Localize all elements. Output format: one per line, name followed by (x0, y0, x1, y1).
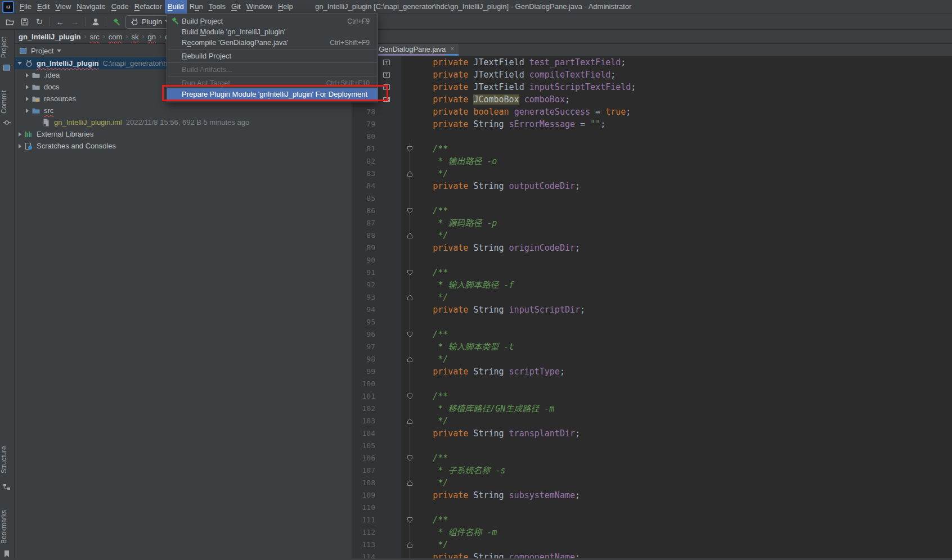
menu-window[interactable]: Window (244, 0, 275, 13)
code-line-86: 86 /** (352, 205, 952, 217)
fold-marker-icon[interactable] (394, 205, 412, 217)
build-hammer-icon[interactable] (112, 17, 121, 26)
menu-refactor[interactable]: Refactor (132, 0, 165, 13)
fold-column (394, 502, 412, 514)
chevron-expanded-icon[interactable] (16, 62, 23, 65)
fold-marker-icon[interactable] (394, 539, 412, 551)
menu-item-recompile-gendialogpane-java-[interactable]: Recompile 'GenDialogPane.java' Ctrl+Shif… (167, 37, 378, 48)
tool-window-button-commit[interactable]: Commit (0, 88, 14, 116)
menu-item-build-project[interactable]: Build Project Ctrl+F9 (167, 16, 378, 26)
intellij-logo-icon[interactable]: IJ (2, 1, 14, 13)
line-number: 98 (352, 353, 382, 365)
breadcrumb-item-sk[interactable]: sk (131, 33, 138, 41)
annotation-red-box (162, 85, 388, 101)
code-line-97: 97 * 输入脚本类型 -t (352, 341, 952, 353)
user-dropdown-icon[interactable] (91, 17, 100, 26)
line-number: 83 (352, 168, 382, 180)
menu-run[interactable]: Run (187, 0, 206, 13)
menu-item-build-module-gn-intellij-plugin-[interactable]: Build Module 'gn_IntelliJ_plugin' (167, 26, 378, 37)
fold-marker-icon[interactable] (394, 390, 412, 403)
tool-window-button-bookmarks[interactable]: Bookmarks (0, 506, 14, 548)
fold-marker-icon[interactable] (394, 353, 412, 365)
fold-marker-icon[interactable] (394, 291, 412, 304)
code-line-78: 78 private boolean generateSuccess = tru… (352, 106, 952, 118)
commit-tool-icon[interactable] (2, 118, 11, 127)
line-number: 103 (352, 415, 382, 427)
code-line-108: 108 */ (352, 477, 952, 489)
fold-marker-icon[interactable] (394, 415, 412, 427)
code-line-110: 110 (352, 502, 952, 514)
breadcrumb-separator-icon: › (103, 33, 105, 40)
code-line-102: 102 * 移植库路径/GN生成路径 -m (352, 403, 952, 415)
project-tool-icon (19, 46, 28, 55)
code-line-76: 76 private JTextField inputScriptTextFie… (352, 81, 952, 93)
chevron-collapsed-icon[interactable] (24, 73, 30, 78)
fold-column (394, 180, 412, 192)
tree-row-src[interactable]: src (14, 105, 352, 116)
code-line-80: 80 (352, 130, 952, 143)
save-icon[interactable] (20, 17, 29, 26)
breadcrumb-item-gn[interactable]: gn (147, 33, 155, 41)
fold-marker-icon[interactable] (394, 328, 412, 341)
tool-window-button-structure[interactable]: Structure (0, 440, 14, 480)
breadcrumb-item-com[interactable]: com (109, 33, 123, 41)
line-number: 102 (352, 403, 382, 415)
line-number: 78 (352, 106, 382, 118)
menu-code[interactable]: Code (109, 0, 132, 13)
fold-marker-icon[interactable] (394, 452, 412, 464)
sync-icon[interactable]: ↻ (35, 17, 44, 26)
menu-item-rebuild-project[interactable]: Rebuild Project (167, 51, 378, 61)
chevron-collapsed-icon[interactable] (16, 144, 23, 148)
code-line-91: 91 /** (352, 267, 952, 279)
fold-marker-icon[interactable] (394, 477, 412, 489)
tree-row-External Libraries[interactable]: External Libraries (14, 128, 352, 140)
menu-navigate[interactable]: Navigate (74, 0, 108, 13)
structure-tool-icon[interactable] (2, 482, 11, 491)
menu-file[interactable]: File (17, 0, 34, 13)
fold-column (394, 378, 412, 390)
breadcrumb-item-src[interactable]: src (90, 33, 100, 41)
menu-build[interactable]: Build (165, 0, 187, 13)
line-number: 89 (352, 242, 382, 254)
tab-close-icon[interactable]: × (450, 45, 454, 53)
menu-item-build-artifacts-: Build Artifacts... (167, 64, 378, 75)
line-number: 79 (352, 118, 382, 130)
fold-marker-icon[interactable] (394, 229, 412, 242)
editor-area: GenDialogPane.java × 74 private JTextFie… (352, 44, 952, 560)
menu-git[interactable]: Git (228, 0, 244, 13)
tool-window-stripe-left: ProjectCommitStructureBookmarks (0, 30, 15, 560)
chevron-collapsed-icon[interactable] (24, 85, 30, 89)
textfield-gutter-icon[interactable] (382, 70, 391, 79)
breadcrumb-separator-icon: › (142, 33, 144, 40)
line-number: 113 (352, 539, 382, 551)
project-tool-icon[interactable] (2, 63, 11, 72)
textfield-gutter-icon[interactable] (382, 58, 391, 67)
fold-marker-icon[interactable] (394, 143, 412, 155)
back-arrow-icon[interactable]: ← (56, 17, 65, 26)
chevron-collapsed-icon[interactable] (16, 132, 23, 137)
editor-tab-bar: GenDialogPane.java × (352, 44, 952, 56)
tab-gendialogpane[interactable]: GenDialogPane.java × (374, 44, 459, 56)
menu-view[interactable]: View (52, 0, 74, 13)
tree-row-gn_IntelliJ_plugin.iml[interactable]: gn_IntelliJ_plugin.iml 2022/11/8 15:56, … (14, 116, 352, 128)
breadcrumb-item-gn_IntelliJ_plugin[interactable]: gn_IntelliJ_plugin (19, 33, 81, 41)
line-number: 85 (352, 192, 382, 205)
tree-row-Scratches and Consoles[interactable]: Scratches and Consoles (14, 140, 352, 152)
tool-window-button-project[interactable]: Project (0, 34, 14, 61)
open-folder-icon[interactable] (6, 17, 15, 26)
menu-edit[interactable]: Edit (34, 0, 52, 13)
module-file-icon (42, 118, 51, 127)
chevron-collapsed-icon[interactable] (24, 97, 30, 101)
menu-help[interactable]: Help (275, 0, 296, 13)
chevron-collapsed-icon[interactable] (24, 109, 30, 113)
fold-column (394, 118, 412, 130)
fold-marker-icon[interactable] (394, 267, 412, 279)
bookmarks-tool-icon[interactable] (2, 549, 11, 558)
code-line-92: 92 * 输入脚本路径 -f (352, 279, 952, 291)
fold-marker-icon[interactable] (394, 514, 412, 526)
fold-marker-icon[interactable] (394, 168, 412, 180)
folder-icon (32, 71, 41, 80)
menu-tools[interactable]: Tools (206, 0, 228, 13)
chevron-down-icon[interactable] (57, 49, 61, 52)
toolbar-separator (50, 17, 50, 26)
